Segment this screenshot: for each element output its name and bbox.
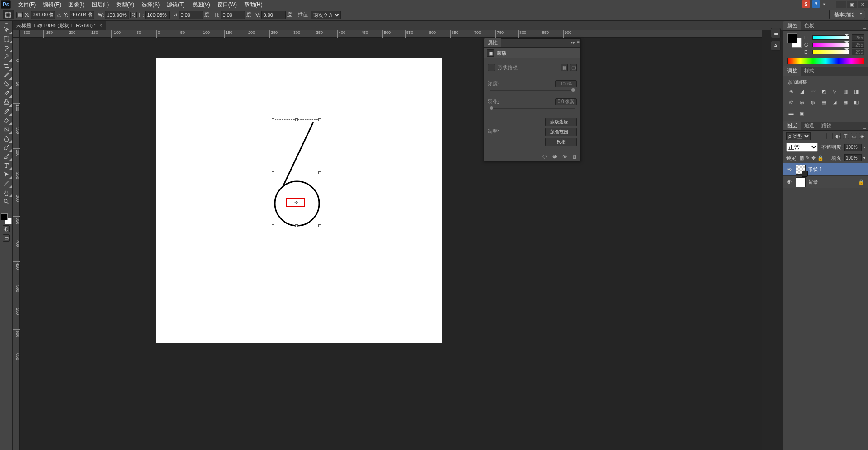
move-tool[interactable] xyxy=(1,25,12,34)
gradient-tool[interactable] xyxy=(1,125,12,134)
panel-collapse-icon[interactable]: ▸▸ ≡ xyxy=(571,40,580,45)
adj-exposure-icon[interactable]: ◩ xyxy=(820,87,828,95)
adj-poster-icon[interactable]: ▦ xyxy=(841,98,849,106)
density-slider[interactable] xyxy=(490,90,575,91)
b-input[interactable] xyxy=(852,49,864,55)
shape-tool[interactable] xyxy=(1,179,12,188)
eraser-tool[interactable] xyxy=(1,116,12,125)
g-input[interactable] xyxy=(852,42,864,48)
b-slider[interactable] xyxy=(812,50,849,54)
history-brush-tool[interactable] xyxy=(1,107,12,116)
magic-wand-tool[interactable] xyxy=(1,52,12,62)
angle-input[interactable] xyxy=(179,11,203,19)
layer-visibility-icon[interactable]: 👁 xyxy=(785,166,793,173)
menu-type[interactable]: 类型(Y) xyxy=(113,0,138,9)
layer-item-background[interactable]: 👁 背景 🔒 xyxy=(783,175,868,188)
menu-select[interactable]: 选择(S) xyxy=(138,0,163,9)
color-panel-swatches[interactable] xyxy=(787,33,802,48)
origin-grid-icon[interactable]: ▦ xyxy=(16,12,23,18)
adj-hue-icon[interactable]: ▥ xyxy=(841,87,849,95)
layer-name[interactable]: 形状 1 xyxy=(808,166,822,173)
lasso-tool[interactable] xyxy=(1,43,12,52)
transform-handle-n[interactable] xyxy=(295,118,298,121)
ruler-horizontal[interactable]: -300-250-200-150-100-5005010015020025030… xyxy=(20,30,762,38)
badge-s-icon[interactable]: S xyxy=(802,0,810,8)
color-fg-swatch[interactable] xyxy=(787,33,797,43)
menu-edit[interactable]: 编辑(E) xyxy=(39,0,65,9)
x-input[interactable] xyxy=(31,11,55,19)
stamp-tool[interactable] xyxy=(1,98,12,107)
swatches-tab[interactable]: 色板 xyxy=(801,21,818,30)
canvas-viewport[interactable]: ✛ xyxy=(20,38,762,450)
transform-handle-w[interactable] xyxy=(272,171,274,174)
dock-history-icon[interactable]: ≣ xyxy=(771,28,781,38)
density-value[interactable]: 100% xyxy=(555,80,577,87)
adjustments-tab[interactable]: 调整 xyxy=(783,66,801,76)
menu-filter[interactable]: 滤镜(T) xyxy=(163,0,188,9)
close-tab-icon[interactable]: × xyxy=(99,23,102,28)
dodge-tool[interactable] xyxy=(1,143,12,152)
vector-mask-thumb[interactable] xyxy=(802,171,808,177)
adj-gradmap-icon[interactable]: ▬ xyxy=(787,109,795,117)
color-range-button[interactable]: 颜色范围... xyxy=(545,128,577,136)
document-tab[interactable]: 未标题-1 @ 100% (形状 1, RGB/8) * × xyxy=(13,21,106,30)
skewv-input[interactable] xyxy=(261,11,286,19)
vector-mask-icon[interactable]: ▢ xyxy=(570,64,577,71)
adj-mixer-icon[interactable]: ◍ xyxy=(809,98,817,106)
mask-mode-icon[interactable]: ▣ xyxy=(487,49,494,57)
layer-lock-icon[interactable]: 🔒 xyxy=(858,179,864,185)
y-input[interactable] xyxy=(70,11,94,19)
active-tool-icon[interactable] xyxy=(3,10,14,19)
adj-selective-icon[interactable]: ▣ xyxy=(798,109,806,117)
adj-levels-icon[interactable]: ◢ xyxy=(798,87,806,95)
menu-image[interactable]: 图像(I) xyxy=(65,0,88,9)
menu-file[interactable]: 文件(F) xyxy=(14,0,39,9)
h-input[interactable] xyxy=(145,11,170,19)
styles-tab[interactable]: 样式 xyxy=(801,66,818,76)
adj-threshold-icon[interactable]: ◧ xyxy=(852,98,860,106)
menu-view[interactable]: 视图(V) xyxy=(189,0,214,9)
adj-invert-icon[interactable]: ◪ xyxy=(830,98,839,106)
transform-handle-s[interactable] xyxy=(295,224,298,227)
g-slider[interactable] xyxy=(812,43,849,47)
fill-input[interactable] xyxy=(844,154,862,161)
layer-filter-kind[interactable]: ρ 类型 xyxy=(786,132,811,140)
crop-tool[interactable] xyxy=(1,62,12,71)
transform-handle-se[interactable] xyxy=(318,224,321,227)
maximize-icon[interactable]: ▣ xyxy=(847,1,857,8)
feather-value[interactable]: 0.0 像素 xyxy=(555,98,577,105)
ruler-vertical[interactable]: 050100150200250300350400450500550600650 xyxy=(13,38,20,450)
link-wh-icon[interactable]: ⛓ xyxy=(130,12,137,18)
transform-handle-nw[interactable] xyxy=(272,118,274,121)
layer-thumb[interactable] xyxy=(796,177,806,187)
mask-thumb-icon[interactable] xyxy=(488,64,495,71)
filter-type-icon[interactable]: T xyxy=(843,133,849,139)
blend-mode-select[interactable]: 正常 xyxy=(786,143,818,152)
lock-all-icon[interactable]: 🔒 xyxy=(817,155,824,161)
pixel-mask-icon[interactable]: ▦ xyxy=(561,64,568,71)
adj-brightness-icon[interactable]: ☀ xyxy=(787,87,795,95)
transform-handle-ne[interactable] xyxy=(318,118,321,121)
hand-tool[interactable] xyxy=(1,188,12,197)
pen-tool[interactable] xyxy=(1,152,12,161)
menu-help[interactable]: 帮助(H) xyxy=(241,0,266,9)
filter-smart-icon[interactable]: ◈ xyxy=(859,133,865,139)
dock-character-icon[interactable]: A xyxy=(771,41,781,51)
adj-photo-icon[interactable]: ◎ xyxy=(798,98,806,106)
close-icon[interactable]: ✕ xyxy=(858,1,868,8)
color-tab[interactable]: 颜色 xyxy=(783,21,801,30)
layer-thumb[interactable] xyxy=(796,165,806,175)
color-swatches[interactable] xyxy=(1,213,12,224)
adj-balance-icon[interactable]: ⚖ xyxy=(787,98,795,106)
filter-pixel-icon[interactable]: ▫ xyxy=(826,133,833,139)
opacity-dropdown-icon[interactable]: ▾ xyxy=(863,145,865,149)
badge-dropdown-icon[interactable]: ▾ xyxy=(822,0,826,8)
color-panel-menu-icon[interactable]: ≡ xyxy=(863,25,866,30)
transform-bounds[interactable]: ✛ xyxy=(273,119,320,226)
path-select-tool[interactable] xyxy=(1,170,12,179)
adjust-panel-menu-icon[interactable]: ≡ xyxy=(863,70,866,76)
zoom-tool[interactable] xyxy=(1,197,12,206)
layer-name[interactable]: 背景 xyxy=(808,179,818,185)
toggle-mask-icon[interactable]: 👁 xyxy=(561,153,568,160)
lock-move-icon[interactable]: ✥ xyxy=(811,155,816,161)
